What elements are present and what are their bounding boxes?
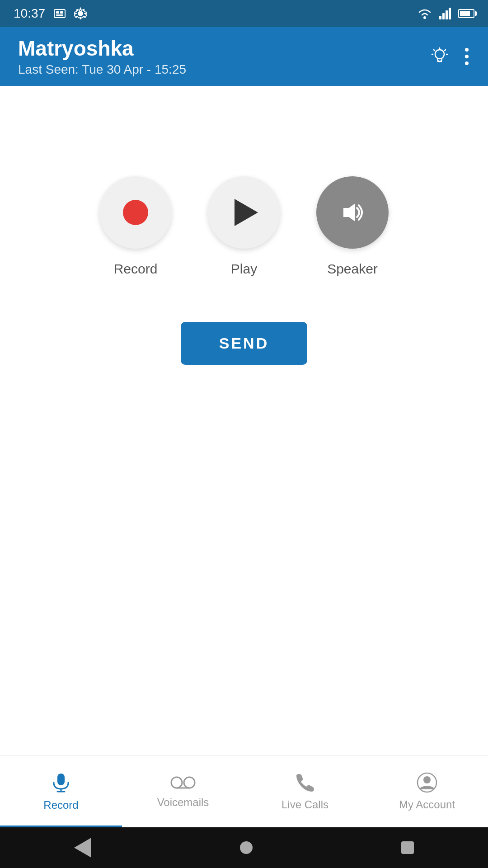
nav-live-calls-label: Live Calls	[282, 798, 328, 811]
svg-rect-7	[439, 16, 441, 19]
wifi-icon	[417, 8, 433, 19]
status-bar: 10:37	[0, 0, 488, 27]
speaker-icon	[339, 199, 366, 226]
svg-rect-3	[56, 14, 63, 16]
voicemail-icon	[170, 774, 196, 791]
svg-marker-21	[343, 203, 355, 222]
status-right	[417, 8, 474, 19]
microphone-icon	[50, 772, 72, 793]
svg-line-15	[445, 50, 446, 51]
svg-point-20	[465, 61, 469, 65]
recent-nav-button[interactable]	[401, 841, 414, 854]
nav-item-my-account[interactable]: My Account	[366, 755, 488, 827]
svg-rect-0	[54, 9, 65, 18]
record-button[interactable]	[99, 176, 172, 249]
svg-line-14	[434, 50, 435, 51]
app-header: Matryoshka Last Seen: Tue 30 Apr - 15:25	[0, 27, 488, 86]
phone-icon	[295, 772, 315, 793]
signal-icon	[439, 8, 452, 19]
main-content: Record Play Speaker SEND	[0, 86, 488, 755]
lightbulb-button[interactable]	[429, 46, 450, 67]
play-button[interactable]	[208, 176, 280, 249]
play-control: Play	[208, 176, 280, 277]
svg-rect-10	[449, 8, 451, 19]
speaker-label: Speaker	[327, 261, 378, 277]
recent-nav-icon	[401, 841, 414, 854]
record-dot-icon	[123, 200, 148, 225]
header-actions	[429, 46, 470, 67]
header-subtitle: Last Seen: Tue 30 Apr - 15:25	[18, 62, 186, 77]
home-nav-button[interactable]	[240, 841, 253, 854]
lightbulb-icon	[429, 46, 450, 67]
speaker-button[interactable]	[316, 176, 389, 249]
status-left: 10:37	[14, 6, 87, 21]
nav-my-account-label: My Account	[399, 798, 455, 811]
svg-rect-9	[446, 10, 448, 19]
svg-rect-1	[56, 11, 59, 14]
time-display: 10:37	[14, 6, 45, 21]
svg-point-11	[435, 50, 444, 59]
svg-point-26	[184, 777, 195, 788]
nav-item-live-calls[interactable]: Live Calls	[244, 755, 366, 827]
sys-nav	[0, 827, 488, 868]
back-nav-button[interactable]	[74, 838, 91, 858]
svg-point-6	[423, 16, 426, 19]
back-nav-icon	[74, 838, 91, 858]
sim-icon	[53, 9, 66, 19]
home-nav-icon	[240, 841, 253, 854]
svg-point-29	[423, 776, 431, 783]
play-label: Play	[231, 261, 257, 277]
more-options-icon	[464, 46, 470, 67]
speaker-control: Speaker	[316, 176, 389, 277]
play-icon	[235, 199, 258, 226]
svg-point-18	[465, 48, 469, 52]
nav-item-voicemails[interactable]: Voicemails	[122, 755, 244, 827]
svg-rect-22	[57, 774, 65, 785]
nav-item-record[interactable]: Record	[0, 755, 122, 827]
svg-rect-8	[442, 13, 445, 19]
send-button[interactable]: SEND	[181, 322, 307, 365]
account-icon	[417, 772, 437, 793]
record-label: Record	[114, 261, 158, 277]
record-control: Record	[99, 176, 172, 277]
battery-icon	[458, 9, 474, 18]
nav-record-label: Record	[43, 799, 78, 811]
controls-row: Record Play Speaker	[99, 176, 389, 277]
header-title-block: Matryoshka Last Seen: Tue 30 Apr - 15:25	[18, 36, 186, 77]
svg-point-25	[171, 777, 182, 788]
bottom-nav: Record Voicemails Live Calls My Account	[0, 755, 488, 827]
svg-point-19	[465, 55, 469, 58]
gear-icon	[74, 7, 87, 20]
svg-rect-2	[60, 11, 63, 14]
header-title: Matryoshka	[18, 36, 186, 61]
nav-voicemails-label: Voicemails	[157, 796, 209, 809]
more-options-button[interactable]	[464, 46, 470, 67]
